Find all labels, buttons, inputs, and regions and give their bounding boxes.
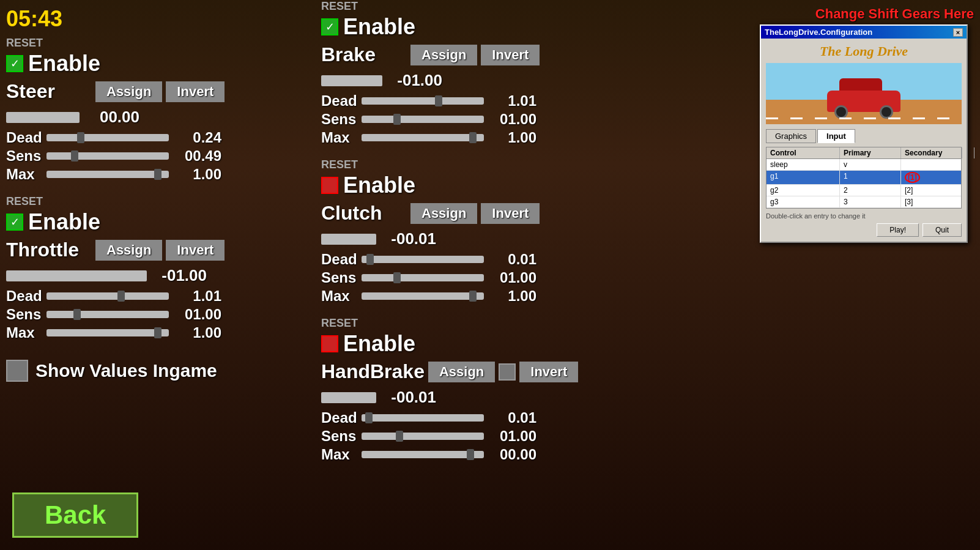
handbrake-invert-checkbox[interactable]: [499, 363, 516, 381]
brake-sens-track[interactable]: [362, 116, 484, 123]
steer-dead-row: Dead 0.24: [6, 129, 225, 146]
handbrake-sens-thumb[interactable]: [396, 431, 403, 442]
tab-input[interactable]: Input: [817, 129, 855, 143]
throttle-dead-thumb[interactable]: [117, 291, 125, 302]
col-primary: Primary: [840, 147, 901, 158]
handbrake-value: -00.01: [381, 388, 436, 407]
brake-max-thumb[interactable]: [469, 132, 477, 143]
steer-enable-label: Enable: [28, 51, 100, 76]
steer-dead-track[interactable]: [46, 134, 169, 141]
table-header: Control Primary Secondary: [767, 147, 961, 159]
throttle-sens-track[interactable]: [46, 311, 169, 318]
steer-value: 00.00: [84, 108, 139, 127]
steer-value-bar-row: 00.00: [6, 108, 225, 127]
steer-reset-label: RESET: [6, 37, 225, 50]
tab-graphics[interactable]: Graphics: [766, 129, 816, 143]
throttle-section: RESET ✓ Enable Throttle Assign Invert -0…: [6, 195, 225, 341]
clutch-max-track[interactable]: [362, 292, 484, 300]
brake-enable-label: Enable: [343, 14, 415, 40]
col-control: Control: [767, 147, 840, 158]
clutch-dead-row: Dead 0.01: [321, 251, 578, 268]
handbrake-sens-value: 01.00: [488, 428, 536, 445]
handbrake-max-row: Max 00.00: [321, 446, 578, 463]
clutch-dead-thumb[interactable]: [366, 254, 374, 265]
clutch-dead-track[interactable]: [362, 256, 484, 263]
steer-max-label: Max: [6, 166, 43, 183]
clutch-sens-thumb[interactable]: [393, 272, 401, 283]
brake-dead-label: Dead: [321, 92, 358, 110]
steer-enable-checkbox[interactable]: ✓: [6, 55, 23, 72]
throttle-invert-button[interactable]: Invert: [166, 240, 225, 261]
road-line: [766, 117, 962, 119]
handbrake-max-track[interactable]: [362, 451, 484, 458]
throttle-control-name: Throttle: [6, 239, 92, 261]
play-button[interactable]: Play!: [877, 223, 919, 237]
brake-max-label: Max: [321, 129, 358, 146]
clutch-assign-button[interactable]: Assign: [410, 203, 477, 224]
handbrake-value-bar: [321, 392, 376, 403]
handbrake-invert-button[interactable]: Invert: [519, 362, 578, 382]
handbrake-dead-track[interactable]: [362, 414, 484, 422]
clutch-sens-value: 01.00: [488, 269, 536, 286]
brake-sens-label: Sens: [321, 111, 358, 128]
throttle-assign-button[interactable]: Assign: [95, 240, 162, 261]
brake-dead-thumb[interactable]: [435, 95, 442, 106]
brake-enable-checkbox[interactable]: ✓: [321, 18, 338, 35]
steer-max-track[interactable]: [46, 171, 169, 178]
throttle-enable-checkbox[interactable]: ✓: [6, 214, 23, 231]
handbrake-dead-thumb[interactable]: [365, 412, 373, 423]
table-row[interactable]: g1 1 [1]: [767, 171, 961, 185]
clutch-sens-label: Sens: [321, 269, 358, 286]
table-row[interactable]: g2 2 [2]: [767, 185, 961, 196]
brake-assign-button[interactable]: Assign: [410, 45, 477, 65]
handbrake-enable-checkbox[interactable]: [321, 335, 338, 352]
dialog-game-title: The Long Drive: [766, 43, 962, 59]
steer-dead-thumb[interactable]: [77, 132, 84, 143]
throttle-max-thumb[interactable]: [154, 327, 161, 338]
steer-max-thumb[interactable]: [154, 169, 161, 180]
throttle-value-bar-row: -01.00: [6, 266, 225, 285]
steer-invert-button[interactable]: Invert: [166, 81, 225, 102]
clutch-control-name: Clutch: [321, 202, 407, 225]
clutch-enable-checkbox[interactable]: [321, 177, 338, 194]
clutch-control-header: Clutch Assign Invert: [321, 202, 578, 225]
throttle-sens-thumb[interactable]: [73, 309, 81, 320]
throttle-dead-track[interactable]: [46, 292, 169, 300]
handbrake-enable-label: Enable: [343, 331, 415, 357]
handbrake-sens-track[interactable]: [362, 433, 484, 440]
handbrake-control-name: HandBrake: [321, 360, 425, 383]
steer-sens-track[interactable]: [46, 152, 169, 160]
clutch-max-thumb[interactable]: [469, 291, 477, 302]
brake-section: RESET ✓ Enable Brake Assign Invert -01.0…: [321, 0, 578, 146]
throttle-max-track[interactable]: [46, 329, 169, 336]
handbrake-assign-button[interactable]: Assign: [428, 362, 495, 382]
cell-secondary: [3]: [901, 196, 961, 207]
brake-dead-row: Dead 1.01: [321, 92, 578, 110]
handbrake-max-thumb[interactable]: [467, 449, 474, 460]
clutch-reset-label: RESET: [321, 158, 578, 171]
brake-dead-track[interactable]: [362, 97, 484, 105]
show-values-checkbox[interactable]: [6, 360, 28, 382]
clutch-invert-button[interactable]: Invert: [481, 203, 540, 224]
table-row[interactable]: g3 3 [3]: [767, 196, 961, 208]
steer-sens-thumb[interactable]: [71, 151, 78, 162]
clutch-sens-track[interactable]: [362, 274, 484, 281]
brake-invert-button[interactable]: Invert: [481, 45, 540, 65]
hint-text: Change Shift Gears Here: [815, 6, 974, 22]
steer-assign-button[interactable]: Assign: [95, 81, 162, 102]
col-scroll: [962, 147, 974, 158]
throttle-sens-label: Sens: [6, 306, 43, 323]
car-roof: [839, 78, 882, 92]
table-row[interactable]: sleep v: [767, 159, 961, 171]
brake-sens-thumb[interactable]: [393, 114, 401, 125]
quit-button[interactable]: Quit: [922, 223, 962, 237]
brake-control-header: Brake Assign Invert: [321, 43, 578, 66]
brake-sens-row: Sens 01.00: [321, 111, 578, 128]
back-button[interactable]: Back: [12, 492, 138, 538]
throttle-dead-row: Dead 1.01: [6, 288, 225, 305]
handbrake-dead-label: Dead: [321, 409, 358, 426]
brake-max-track[interactable]: [362, 134, 484, 141]
cell-control: g3: [767, 196, 840, 207]
car-shape: [827, 91, 900, 112]
dialog-close-button[interactable]: ×: [953, 28, 963, 37]
